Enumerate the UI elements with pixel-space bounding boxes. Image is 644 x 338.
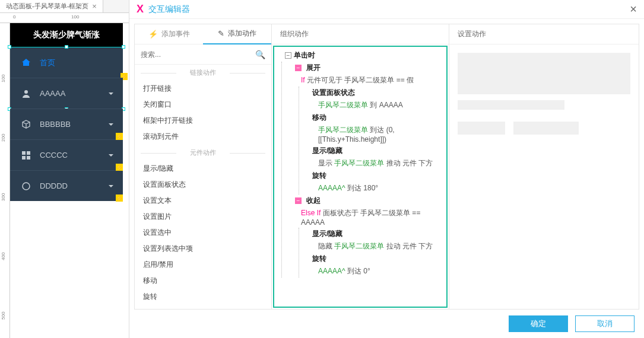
actions-column: ⚡ 添加事件 ✎ 添加动作 🔍 链接动作 打开链接 — [134, 24, 272, 310]
bolt-icon: ⚡ — [116, 164, 123, 171]
placeholder-line — [458, 100, 564, 110]
svg-rect-1 — [22, 151, 26, 155]
action-rotate[interactable]: 旋转 — [135, 289, 271, 305]
menu-label: 首页 — [40, 58, 55, 68]
svg-point-5 — [23, 183, 30, 190]
tab-add-action[interactable]: ✎ 添加动作 — [203, 24, 271, 44]
action-set-image[interactable]: 设置图片 — [135, 209, 271, 225]
menu-label: BBBBBB — [40, 120, 71, 129]
home-icon — [21, 58, 31, 68]
menu-item-b[interactable]: BBBBBB — [10, 109, 123, 139]
menu-label: DDDDD — [40, 181, 68, 190]
collapse-icon[interactable]: − — [295, 65, 302, 71]
placeholder-chip — [458, 122, 505, 135]
collapse-icon[interactable]: − — [295, 197, 302, 204]
dialog-titlebar: X 交互编辑器 × — [129, 0, 644, 19]
action-open-in-frame[interactable]: 框架中打开链接 — [135, 113, 271, 129]
search-icon: 🔍 — [255, 50, 265, 59]
svg-point-0 — [24, 90, 28, 94]
ruler-horizontal: 0 100 — [0, 13, 129, 23]
user-icon — [21, 88, 31, 99]
action-set-panel-state[interactable]: 设置面板状态 — [135, 177, 271, 193]
menu-item-a[interactable]: AAAAA — [10, 78, 123, 109]
settings-title: 设置动作 — [449, 24, 639, 44]
action-set-list-selected[interactable]: 设置列表选中项 — [135, 241, 271, 257]
svg-rect-2 — [27, 151, 30, 155]
menu-label: CCCCC — [40, 151, 68, 160]
ruler-vertical: 100 200 300 400 500 — [0, 23, 10, 338]
lightning-icon: ⚡ — [148, 30, 158, 39]
bolt-icon: ⚡ — [116, 133, 123, 140]
ok-button[interactable]: 确定 — [509, 315, 568, 332]
group-link-actions: 链接动作 — [135, 65, 271, 81]
cancel-button[interactable]: 取消 — [575, 315, 635, 332]
circle-icon — [21, 181, 31, 192]
accordion-panel[interactable]: 头发渐少脾气渐涨 首页 ⚡ AAAAA — [10, 23, 123, 201]
action-set-size[interactable]: 设置尺寸 — [135, 305, 271, 309]
page-tab[interactable]: 动态面板-手风琴菜单-框架页 × — [0, 0, 103, 12]
menu-label: AAAAA — [40, 89, 65, 98]
dialog-footer: 确定 取消 — [129, 310, 644, 338]
placeholder-block — [458, 53, 630, 94]
chevron-down-icon — [107, 183, 115, 190]
action-open-link[interactable]: 打开链接 — [135, 81, 271, 97]
search-box[interactable]: 🔍 — [135, 44, 271, 65]
app-logo-icon: X — [137, 3, 144, 15]
dialog-title: 交互编辑器 — [148, 4, 190, 15]
action-tree[interactable]: −单击时 −展开 If 元件可见于 手风琴二级菜单 == 假 设置面板状态 手风… — [273, 46, 448, 308]
close-icon[interactable]: × — [92, 2, 97, 11]
collapse-icon[interactable]: − — [285, 52, 291, 59]
action-enable-disable[interactable]: 启用/禁用 — [135, 257, 271, 273]
grid-icon — [21, 150, 31, 161]
bolt-icon: ⚡ — [116, 194, 123, 202]
menu-item-home[interactable]: 首页 — [10, 47, 123, 78]
menu-item-d[interactable]: DDDDD — [10, 170, 123, 201]
action-close-window[interactable]: 关闭窗口 — [135, 97, 271, 113]
action-set-text[interactable]: 设置文本 — [135, 193, 271, 209]
action-set-selected[interactable]: 设置选中 — [135, 225, 271, 241]
panel-header: 头发渐少脾气渐涨 — [10, 23, 123, 47]
canvas-area: 0 100 100 200 300 400 500 头发渐少脾气渐涨 首页 — [0, 13, 129, 338]
chevron-down-icon — [107, 90, 115, 97]
placeholder-chip — [513, 122, 579, 135]
group-widget-actions: 元件动作 — [135, 145, 271, 161]
wand-icon: ✎ — [218, 29, 224, 38]
chevron-down-icon — [107, 152, 115, 159]
organize-column: 组织动作 −单击时 −展开 If 元件可见于 手风琴二级菜单 == 假 设置面板… — [271, 24, 449, 310]
interaction-editor-dialog: X 交互编辑器 × ⚡ 添加事件 ✎ 添加动作 — [129, 0, 644, 338]
tab-add-event[interactable]: ⚡ 添加事件 — [135, 24, 203, 44]
tab-title: 动态面板-手风琴菜单-框架页 — [6, 2, 88, 11]
chevron-down-icon — [107, 121, 115, 128]
svg-rect-4 — [27, 156, 30, 160]
action-show-hide[interactable]: 显示/隐藏 — [135, 161, 271, 177]
action-move[interactable]: 移动 — [135, 273, 271, 289]
cube-icon — [21, 119, 31, 130]
menu-item-c[interactable]: CCCCC — [10, 139, 123, 170]
action-scroll-to[interactable]: 滚动到元件 — [135, 129, 271, 145]
search-input[interactable] — [141, 50, 255, 59]
organize-title: 组织动作 — [272, 24, 449, 44]
settings-column: 设置动作 — [449, 24, 639, 310]
close-icon[interactable]: × — [630, 2, 637, 16]
svg-rect-3 — [22, 156, 26, 160]
